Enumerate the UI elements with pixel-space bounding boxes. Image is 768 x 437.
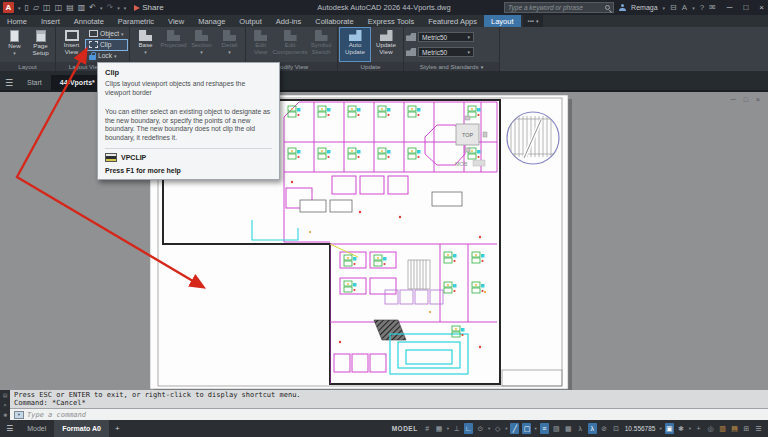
- redo-caret-icon[interactable]: ▾: [117, 5, 120, 11]
- infer-constraints-toggle[interactable]: ⊥: [452, 423, 461, 434]
- sheet-set-icon[interactable]: ▥: [78, 2, 86, 13]
- polar-tracking-toggle[interactable]: ⊙: [476, 423, 485, 434]
- standard-style-select[interactable]: Metric50 ▾: [418, 47, 474, 57]
- access-caret-icon[interactable]: ▾: [692, 5, 695, 11]
- gear-caret-icon[interactable]: ▾: [689, 426, 691, 431]
- ortho-mode-toggle[interactable]: ∟: [464, 423, 473, 434]
- tab-addins[interactable]: Add-ins: [269, 15, 308, 27]
- new-file-icon[interactable]: ▯: [25, 2, 29, 13]
- viewport-maximize-toggle[interactable]: ⊡: [612, 423, 621, 434]
- view-grip-right[interactable]: [483, 132, 487, 137]
- feedback-icon[interactable]: ✉: [709, 3, 716, 12]
- undo-icon[interactable]: ↶: [89, 2, 96, 13]
- plot-icon[interactable]: ▤: [66, 2, 74, 13]
- object-snap-toggle[interactable]: ▢: [522, 423, 531, 434]
- layout-tab-formato-a0[interactable]: Formato A0: [54, 420, 109, 437]
- redo-icon[interactable]: ↷: [107, 2, 114, 13]
- clip-button[interactable]: Clip: [86, 40, 127, 50]
- search-icon[interactable]: [605, 5, 610, 10]
- open-file-icon[interactable]: ▱: [33, 2, 39, 13]
- file-tab-start[interactable]: Start: [18, 75, 51, 90]
- tab-collaborate[interactable]: Collaborate: [308, 15, 360, 27]
- new-layout-tab-button[interactable]: +: [109, 424, 126, 433]
- tab-home[interactable]: Home: [0, 15, 34, 27]
- snap-caret-icon[interactable]: ▾: [447, 426, 449, 431]
- workspace-caret-icon[interactable]: ▾: [124, 5, 127, 11]
- add-tools-button[interactable]: +: [694, 423, 703, 434]
- share-button[interactable]: Share: [134, 3, 163, 12]
- status-bar-menu-icon[interactable]: ☰: [754, 423, 763, 434]
- panel-label-layout[interactable]: Layout: [0, 62, 55, 71]
- clip-object-button[interactable]: Object ▾: [86, 29, 127, 39]
- iso-caret-icon[interactable]: ▾: [505, 426, 507, 431]
- app-menu-caret-icon[interactable]: ▾: [18, 5, 21, 11]
- annotation-autoscale-toggle[interactable]: λ: [588, 423, 597, 434]
- isolate-objects-toggle[interactable]: ◎: [706, 423, 715, 434]
- isometric-drafting-toggle[interactable]: ◇: [493, 423, 502, 434]
- lock-viewport-button[interactable]: Lock ▾: [86, 51, 127, 61]
- panel-label-styles-standards[interactable]: Styles and Standards▾: [404, 62, 499, 71]
- lineweight-toggle[interactable]: ≡: [540, 423, 549, 434]
- user-caret-icon[interactable]: ▾: [663, 5, 666, 11]
- annotation-lock-toggle[interactable]: ⊘: [600, 423, 609, 434]
- osnap-caret-icon[interactable]: ▾: [534, 426, 536, 431]
- layout-tabs-menu-icon[interactable]: ☰: [0, 424, 19, 433]
- tab-express-tools[interactable]: Express Tools: [361, 15, 422, 27]
- view-style-select[interactable]: Metric50 ▾: [418, 32, 474, 42]
- tab-output[interactable]: Output: [232, 15, 269, 27]
- restore-button[interactable]: □: [743, 3, 748, 12]
- tab-view[interactable]: View: [161, 15, 191, 27]
- scale-caret-icon[interactable]: ▾: [659, 426, 661, 431]
- command-input[interactable]: ▾ Type a command: [10, 408, 768, 420]
- ribbon-options-button[interactable]: ▪▪▪▾: [523, 15, 544, 27]
- tab-manage[interactable]: Manage: [191, 15, 232, 27]
- customization-gear-icon[interactable]: ✱: [677, 423, 686, 434]
- transparency-toggle[interactable]: ▨: [552, 423, 561, 434]
- user-avatar-icon[interactable]: [619, 4, 626, 11]
- help-search-field[interactable]: Type a keyword or phrase: [504, 2, 614, 13]
- tab-parametric[interactable]: Parametric: [111, 15, 161, 27]
- minimize-button[interactable]: ─: [727, 3, 733, 12]
- autodesk-access-icon[interactable]: A: [682, 3, 687, 12]
- clean-screen-toggle[interactable]: ⊞: [742, 423, 751, 434]
- command-customize-icon[interactable]: ✱: [3, 412, 7, 418]
- app-store-icon[interactable]: ⊟: [670, 3, 677, 12]
- page-setup-button[interactable]: Page Setup: [28, 28, 53, 61]
- save-as-icon[interactable]: ◫: [55, 2, 63, 13]
- annotation-monitor-toggle[interactable]: ▣: [665, 423, 674, 434]
- base-view-button[interactable]: Base ▾: [132, 28, 159, 61]
- command-grid-icon[interactable]: ▤: [3, 392, 8, 398]
- view-grip-bottom[interactable]: [465, 148, 470, 152]
- annotation-visibility-toggle[interactable]: λ: [576, 423, 585, 434]
- panel-label-update[interactable]: Update: [338, 62, 403, 71]
- tab-insert[interactable]: Insert: [34, 15, 67, 27]
- viewport-scale-value[interactable]: 10.556785: [625, 425, 656, 432]
- grid-display-toggle[interactable]: #: [423, 423, 432, 434]
- command-history[interactable]: Press ESC or ENTER to exit, or right-cli…: [10, 390, 768, 408]
- snap-mode-toggle[interactable]: ▦: [435, 423, 444, 434]
- insert-view-button[interactable]: Insert View: [58, 28, 85, 61]
- polar-caret-icon[interactable]: ▾: [488, 426, 490, 431]
- new-layout-button[interactable]: New ▾: [2, 28, 27, 61]
- object-snap-tracking-toggle[interactable]: ╱: [510, 423, 519, 434]
- user-name[interactable]: Remaga: [631, 4, 657, 11]
- auto-update-button[interactable]: Auto Update: [340, 28, 370, 61]
- file-tab-menu-icon[interactable]: ☰: [0, 75, 18, 90]
- undo-caret-icon[interactable]: ▾: [100, 5, 103, 11]
- update-view-button[interactable]: Update View: [371, 28, 401, 61]
- tab-layout[interactable]: Layout: [484, 15, 521, 27]
- model-space-button[interactable]: MODEL: [392, 425, 418, 432]
- view-grip-top[interactable]: [465, 116, 470, 120]
- autocad-logo-icon[interactable]: A: [3, 2, 14, 13]
- command-close-icon[interactable]: ×: [4, 402, 7, 408]
- trusted-locations-icon[interactable]: ▤: [730, 423, 739, 434]
- selection-cycling-toggle[interactable]: ▩: [564, 423, 573, 434]
- viewport-window-controls[interactable]: ─ □ ×: [731, 96, 763, 103]
- graphics-performance-icon[interactable]: ▥: [718, 423, 727, 434]
- help-icon[interactable]: ?: [700, 3, 704, 12]
- command-prompt-icon[interactable]: ▾: [14, 411, 24, 419]
- layout-tab-model[interactable]: Model: [19, 420, 54, 437]
- tab-featured-apps[interactable]: Featured Apps: [421, 15, 484, 27]
- save-icon[interactable]: ◫: [43, 2, 51, 13]
- close-button[interactable]: ×: [759, 3, 764, 12]
